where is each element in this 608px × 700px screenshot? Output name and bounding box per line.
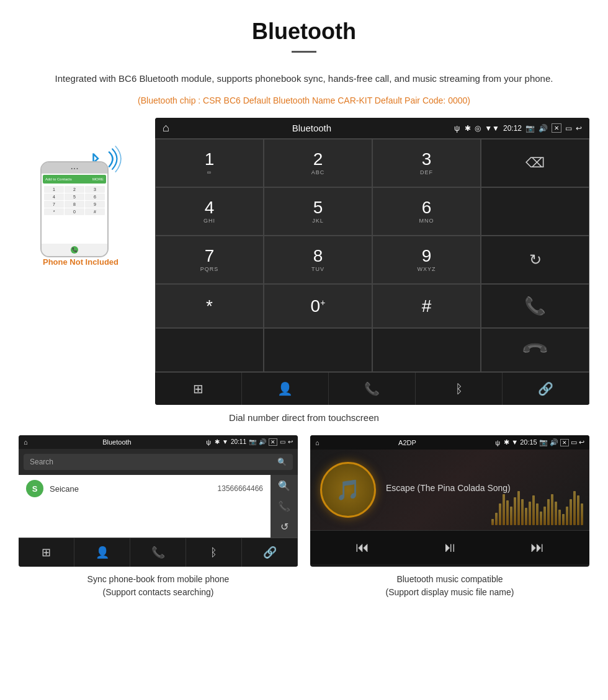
nav-grid-icon[interactable]: ⊞ — [155, 373, 242, 405]
contact-avatar: S — [26, 480, 43, 497]
ms-bt-icon: ✱ — [504, 438, 509, 446]
x-box-icon: ✕ — [552, 123, 561, 133]
dial-key-call-green[interactable]: 📞 — [481, 284, 589, 328]
pb-back-icon[interactable]: ↩ — [288, 438, 293, 446]
window-icon: ▭ — [565, 124, 572, 133]
dial-key-0[interactable]: 0+ — [264, 284, 372, 328]
next-track-button[interactable]: ⏭ — [530, 539, 544, 556]
add-contacts-label: Add to Contacts — [45, 177, 72, 181]
dial-screen-title: Bluetooth — [174, 123, 449, 133]
pb-refresh-side-icon[interactable]: ↺ — [280, 521, 288, 533]
dial-key-star[interactable]: * — [155, 284, 264, 328]
visualizer-bar — [510, 507, 512, 525]
visualizer-bar — [514, 497, 516, 525]
ms-status-icons: ✱ ▼ 20:15 📷 🔊 ✕ ▭ ↩ — [504, 438, 584, 446]
nav-link-icon[interactable]: 🔗 — [503, 373, 589, 405]
bt-phone-wrapper: ᛒ • • • Add to Contacts MORE 1 — [37, 136, 124, 260]
music-screen-wrap: ⌂ A2DP ψ ✱ ▼ 20:15 📷 🔊 ✕ ▭ ↩ 🎵 — [310, 435, 589, 599]
visualizer-bar — [529, 502, 531, 525]
header-divider — [292, 51, 316, 53]
visualizer-bar — [532, 495, 535, 525]
ms-back-icon[interactable]: ↩ — [579, 438, 584, 446]
dialpad-grid: 1 ∞ 2 ABC 3 DEF ⌫ 4 GHI 5 JKL — [155, 138, 589, 372]
ms-home-icon[interactable]: ⌂ — [315, 439, 320, 446]
visualizer-bar — [543, 507, 546, 525]
visualizer-bar — [499, 503, 501, 525]
page-header: Bluetooth — [0, 0, 608, 65]
visualizer-bar — [555, 502, 557, 525]
nav-phone-icon[interactable]: 📞 — [329, 373, 416, 405]
ms-title: A2DP — [323, 439, 492, 446]
key-8: 8 — [65, 201, 84, 208]
visualizer-bar — [562, 514, 565, 525]
nav-contacts-icon[interactable]: 👤 — [242, 373, 329, 405]
phonebook-screen-wrap: ⌂ Bluetooth ψ ✱ ▼ 20:11 📷 🔊 ✕ ▭ ↩ Search — [19, 435, 298, 599]
dial-key-6[interactable]: 6 MNO — [372, 187, 481, 236]
pb-nav-link[interactable]: 🔗 — [242, 538, 298, 567]
page-description: Integrated with BC6 Bluetooth module, su… — [0, 65, 608, 92]
visualizer-bar — [581, 503, 583, 525]
dial-key-4[interactable]: 4 GHI — [155, 187, 264, 236]
pb-content-area: S Seicane 13566664466 🔍 📞 ↺ — [19, 475, 298, 538]
pb-nav-phone[interactable]: 📞 — [130, 538, 186, 567]
phonebook-screen: ⌂ Bluetooth ψ ✱ ▼ 20:11 📷 🔊 ✕ ▭ ↩ Search — [19, 435, 298, 567]
dial-key-backspace[interactable]: ⌫ — [481, 139, 589, 187]
ms-x-icon: ✕ — [560, 439, 569, 446]
location-icon: ◎ — [475, 124, 481, 133]
page-title: Bluetooth — [12, 19, 596, 45]
contact-row-seicane[interactable]: S Seicane 13566664466 — [19, 475, 270, 502]
key-4: 4 — [44, 193, 64, 200]
more-label: MORE — [92, 177, 104, 181]
visualizer-bar — [521, 499, 524, 525]
dial-key-8[interactable]: 8 TUV — [264, 236, 372, 284]
prev-track-button[interactable]: ⏮ — [355, 539, 369, 556]
visualizer-bar — [517, 491, 520, 525]
dial-key-3[interactable]: 3 DEF — [372, 139, 481, 187]
nav-bt-icon[interactable]: ᛒ — [416, 373, 503, 405]
pb-volume-icon: 🔊 — [259, 438, 266, 446]
play-pause-button[interactable]: ⏯ — [443, 539, 457, 556]
phone-bottom-bar: 📞 — [42, 244, 107, 256]
pb-x-icon: ✕ — [269, 438, 277, 446]
key-6: 6 — [85, 193, 105, 200]
album-art: 🎵 — [320, 462, 376, 518]
home-icon[interactable]: ⌂ — [163, 122, 169, 135]
contact-number: 13566664466 — [218, 484, 263, 493]
music-note-icon: 🎵 — [336, 478, 360, 502]
ms-window-icon: ▭ — [571, 438, 577, 446]
ms-camera-icon: 📷 — [539, 438, 548, 446]
dial-key-empty-2 — [155, 328, 264, 372]
phone-call-btn: 📞 — [71, 246, 78, 254]
dial-key-2[interactable]: 2 ABC — [264, 139, 372, 187]
dial-key-hash[interactable]: # — [372, 284, 481, 328]
pb-home-icon[interactable]: ⌂ — [24, 438, 28, 446]
usb-icon: ψ — [454, 123, 460, 133]
dial-key-hangup[interactable]: 📞 — [481, 328, 589, 372]
pb-call-side-icon[interactable]: 📞 — [278, 500, 290, 512]
dial-key-9[interactable]: 9 WXYZ — [372, 236, 481, 284]
dial-bottom-nav: ⊞ 👤 📞 ᛒ 🔗 — [155, 372, 589, 405]
dial-key-7[interactable]: 7 PQRS — [155, 236, 264, 284]
page-specs: (Bluetooth chip : CSR BC6 Default Blueto… — [0, 92, 608, 118]
key-3: 3 — [85, 186, 105, 193]
key-0: 0 — [65, 208, 84, 215]
pb-list-area: S Seicane 13566664466 — [19, 475, 270, 538]
dial-key-empty-3 — [264, 328, 372, 372]
visualizer-bar — [566, 507, 568, 525]
key-2: 2 — [65, 186, 84, 193]
pb-nav-contacts[interactable]: 👤 — [74, 538, 130, 567]
music-caption: Bluetooth music compatible (Support disp… — [310, 567, 589, 599]
pb-search-box[interactable]: Search 🔍 — [24, 454, 293, 470]
hangup-icon: 📞 — [520, 335, 550, 365]
key-star: * — [44, 208, 64, 215]
pb-search-side-icon[interactable]: 🔍 — [278, 480, 290, 492]
pb-time: 20:11 — [231, 438, 246, 446]
dial-key-1[interactable]: 1 ∞ — [155, 139, 264, 187]
dial-key-refresh[interactable]: ↻ — [481, 236, 589, 284]
dial-key-5[interactable]: 5 JKL — [264, 187, 372, 236]
pb-nav-grid[interactable]: ⊞ — [19, 538, 74, 567]
back-icon[interactable]: ↩ — [576, 124, 582, 133]
pb-nav-bt[interactable]: ᛒ — [186, 538, 242, 567]
visualizer-bar — [536, 503, 539, 525]
pb-right-icons: 🔍 📞 ↺ — [270, 475, 298, 538]
